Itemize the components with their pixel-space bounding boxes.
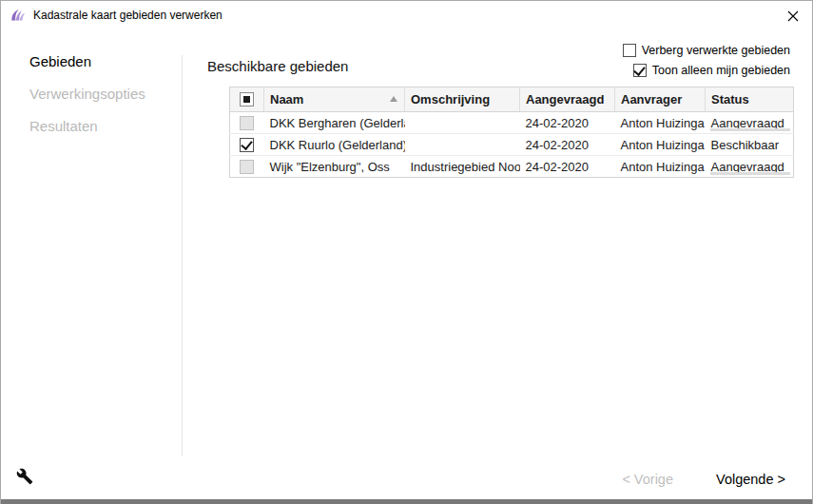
status-progress-bar	[710, 128, 791, 131]
cell-omschrijving: Industriegebied Noordzij	[405, 156, 520, 178]
step-gebieden[interactable]: Gebieden	[29, 53, 182, 69]
cell-status: Aangevraagd	[706, 156, 794, 178]
cell-aangevraagd: 24-02-2020	[520, 156, 615, 178]
dialog-window: Kadastrale kaart gebieden verwerken Gebi…	[0, 0, 813, 504]
checkbox-verberg-verwerkte[interactable]	[623, 44, 636, 57]
next-button[interactable]: Volgende >	[716, 472, 785, 487]
sort-asc-icon	[390, 96, 397, 102]
status-progress-bar	[710, 172, 791, 175]
filter-label: Verberg verwerkte gebieden	[642, 44, 790, 57]
cell-naam: DKK Bergharen (Gelderla	[264, 112, 405, 134]
table-row[interactable]: DKK Bergharen (Gelderla 24-02-2020 Anton…	[230, 112, 794, 134]
window-bottom-edge	[1, 499, 812, 504]
table-row[interactable]: Wijk "Elzenburg", Oss Industriegebied No…	[230, 156, 794, 178]
cell-aangevraagd: 24-02-2020	[520, 112, 615, 134]
close-icon[interactable]	[784, 7, 803, 26]
filter-group: Verberg verwerkte gebieden Toon alleen m…	[623, 44, 790, 84]
cell-omschrijving	[405, 112, 520, 134]
wizard-steps: Gebieden Verwerkingsopties Resultaten	[1, 53, 182, 150]
table-row[interactable]: DKK Ruurlo (Gelderland) 24-02-2020 Anton…	[230, 134, 794, 156]
column-header-naam[interactable]: Naam	[264, 87, 405, 112]
app-logo-icon	[10, 8, 27, 24]
row-checkbox[interactable]	[240, 138, 254, 152]
title-bar: Kadastrale kaart gebieden verwerken	[1, 1, 812, 29]
select-all-checkbox[interactable]	[240, 92, 254, 107]
filter-verberg-verwerkte[interactable]: Verberg verwerkte gebieden	[623, 44, 790, 57]
select-all-header	[230, 87, 264, 112]
cell-omschrijving	[405, 134, 520, 156]
wrench-icon[interactable]	[16, 468, 33, 485]
window-title: Kadastrale kaart gebieden verwerken	[33, 9, 223, 22]
previous-button[interactable]: < Vorige	[622, 472, 673, 487]
cell-naam: DKK Ruurlo (Gelderland)	[264, 134, 405, 156]
cell-naam: Wijk "Elzenburg", Oss	[264, 156, 405, 178]
step-resultaten[interactable]: Resultaten	[29, 118, 182, 134]
row-checkbox[interactable]	[240, 116, 254, 130]
cell-aanvrager: Anton Huizinga	[615, 156, 706, 178]
sidebar-divider	[182, 55, 183, 456]
column-header-aanvrager[interactable]: Aanvrager	[615, 87, 706, 112]
step-verwerkingsopties[interactable]: Verwerkingsopties	[29, 86, 182, 102]
filter-label: Toon alleen mijn gebieden	[652, 64, 790, 77]
filter-toon-mijn[interactable]: Toon alleen mijn gebieden	[623, 64, 790, 77]
cell-aangevraagd: 24-02-2020	[520, 134, 615, 156]
page-title: Beschikbare gebieden	[207, 58, 348, 74]
column-header-status[interactable]: Status	[706, 87, 794, 112]
column-header-omschrijving[interactable]: Omschrijving	[405, 87, 520, 112]
row-checkbox[interactable]	[240, 160, 254, 174]
cell-status: Aangevraagd	[706, 112, 794, 134]
checkbox-toon-mijn[interactable]	[633, 64, 647, 77]
table-header-row: Naam Omschrijving Aangevraagd Aanvrager …	[230, 87, 794, 112]
column-header-aangevraagd[interactable]: Aangevraagd	[520, 87, 615, 112]
cell-aanvrager: Anton Huizinga	[615, 112, 706, 134]
cell-status: Beschikbaar	[706, 134, 794, 156]
cell-aanvrager: Anton Huizinga	[615, 134, 706, 156]
gebieden-table: Naam Omschrijving Aangevraagd Aanvrager …	[229, 87, 794, 178]
